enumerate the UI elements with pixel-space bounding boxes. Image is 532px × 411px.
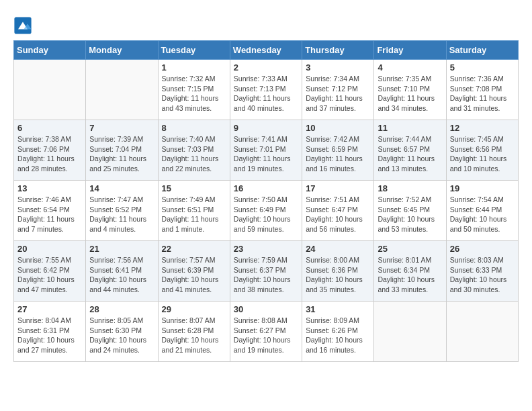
- calendar-table: SundayMondayTuesdayWednesdayThursdayFrid…: [13, 40, 519, 362]
- day-info: Sunrise: 8:07 AM Sunset: 6:28 PM Dayligh…: [162, 316, 226, 355]
- day-number: 25: [378, 244, 442, 254]
- calendar-cell: 3Sunrise: 7:34 AM Sunset: 7:12 PM Daylig…: [302, 60, 374, 120]
- day-info: Sunrise: 7:50 AM Sunset: 6:49 PM Dayligh…: [234, 195, 298, 234]
- day-number: 18: [378, 183, 442, 193]
- calendar-cell: 10Sunrise: 7:42 AM Sunset: 6:59 PM Dayli…: [302, 120, 374, 181]
- calendar-cell: 13Sunrise: 7:46 AM Sunset: 6:54 PM Dayli…: [14, 181, 86, 241]
- calendar-cell: 30Sunrise: 8:08 AM Sunset: 6:27 PM Dayli…: [230, 302, 302, 362]
- day-number: 3: [306, 62, 370, 73]
- calendar-cell: 12Sunrise: 7:45 AM Sunset: 6:56 PM Dayli…: [446, 120, 518, 181]
- calendar-cell: 21Sunrise: 7:56 AM Sunset: 6:41 PM Dayli…: [86, 241, 158, 302]
- day-number: 26: [450, 244, 515, 254]
- day-info: Sunrise: 7:44 AM Sunset: 6:57 PM Dayligh…: [378, 134, 442, 174]
- day-info: Sunrise: 7:49 AM Sunset: 6:51 PM Dayligh…: [162, 195, 226, 234]
- calendar-cell: 5Sunrise: 7:36 AM Sunset: 7:08 PM Daylig…: [446, 60, 518, 120]
- day-info: Sunrise: 8:03 AM Sunset: 6:33 PM Dayligh…: [450, 255, 515, 295]
- day-number: 31: [306, 304, 370, 314]
- day-info: Sunrise: 7:46 AM Sunset: 6:54 PM Dayligh…: [17, 195, 82, 234]
- day-number: 10: [306, 123, 370, 133]
- day-info: Sunrise: 7:38 AM Sunset: 7:06 PM Dayligh…: [17, 134, 82, 174]
- calendar-cell: 15Sunrise: 7:49 AM Sunset: 6:51 PM Dayli…: [158, 181, 230, 241]
- day-number: 4: [378, 62, 442, 73]
- calendar-cell: 7Sunrise: 7:39 AM Sunset: 7:04 PM Daylig…: [86, 120, 158, 181]
- day-number: 12: [450, 123, 515, 133]
- calendar-cell: 19Sunrise: 7:54 AM Sunset: 6:44 PM Dayli…: [446, 181, 518, 241]
- day-info: Sunrise: 7:32 AM Sunset: 7:15 PM Dayligh…: [162, 74, 226, 113]
- day-number: 30: [234, 304, 298, 314]
- day-number: 14: [89, 183, 154, 193]
- day-number: 17: [306, 183, 370, 193]
- calendar-cell: 8Sunrise: 7:40 AM Sunset: 7:03 PM Daylig…: [158, 120, 230, 181]
- day-info: Sunrise: 7:41 AM Sunset: 7:01 PM Dayligh…: [234, 134, 298, 174]
- calendar-cell: 27Sunrise: 8:04 AM Sunset: 6:31 PM Dayli…: [14, 302, 86, 362]
- logo-icon: [13, 16, 32, 35]
- day-info: Sunrise: 8:08 AM Sunset: 6:27 PM Dayligh…: [234, 316, 298, 355]
- day-number: 20: [17, 244, 82, 254]
- day-info: Sunrise: 7:56 AM Sunset: 6:41 PM Dayligh…: [89, 255, 154, 295]
- day-info: Sunrise: 7:52 AM Sunset: 6:45 PM Dayligh…: [378, 195, 442, 234]
- weekday-header-sunday: Sunday: [14, 41, 86, 60]
- calendar-cell: [14, 60, 86, 120]
- week-row-1: 1Sunrise: 7:32 AM Sunset: 7:15 PM Daylig…: [14, 60, 519, 120]
- day-info: Sunrise: 8:01 AM Sunset: 6:34 PM Dayligh…: [378, 255, 442, 295]
- calendar-cell: 24Sunrise: 8:00 AM Sunset: 6:36 PM Dayli…: [302, 241, 374, 302]
- day-number: 23: [234, 244, 298, 254]
- day-info: Sunrise: 7:36 AM Sunset: 7:08 PM Dayligh…: [450, 74, 515, 113]
- calendar-cell: 1Sunrise: 7:32 AM Sunset: 7:15 PM Daylig…: [158, 60, 230, 120]
- day-number: 8: [162, 123, 226, 133]
- calendar-cell: 31Sunrise: 8:09 AM Sunset: 6:26 PM Dayli…: [302, 302, 374, 362]
- day-number: 1: [162, 62, 226, 73]
- day-number: 27: [17, 304, 82, 314]
- day-number: 21: [89, 244, 154, 254]
- day-number: 29: [162, 304, 226, 314]
- calendar-cell: 17Sunrise: 7:51 AM Sunset: 6:47 PM Dayli…: [302, 181, 374, 241]
- day-number: 13: [17, 183, 82, 193]
- calendar-cell: 28Sunrise: 8:05 AM Sunset: 6:30 PM Dayli…: [86, 302, 158, 362]
- day-info: Sunrise: 7:45 AM Sunset: 6:56 PM Dayligh…: [450, 134, 515, 174]
- day-number: 28: [89, 304, 154, 314]
- page-header: [13, 13, 519, 35]
- calendar-cell: 2Sunrise: 7:33 AM Sunset: 7:13 PM Daylig…: [230, 60, 302, 120]
- day-info: Sunrise: 8:05 AM Sunset: 6:30 PM Dayligh…: [89, 316, 154, 355]
- day-info: Sunrise: 7:42 AM Sunset: 6:59 PM Dayligh…: [306, 134, 370, 174]
- day-info: Sunrise: 7:35 AM Sunset: 7:10 PM Dayligh…: [378, 74, 442, 113]
- week-row-4: 20Sunrise: 7:55 AM Sunset: 6:42 PM Dayli…: [14, 241, 519, 302]
- calendar-cell: 22Sunrise: 7:57 AM Sunset: 6:39 PM Dayli…: [158, 241, 230, 302]
- weekday-header-row: SundayMondayTuesdayWednesdayThursdayFrid…: [14, 41, 519, 60]
- calendar-cell: 16Sunrise: 7:50 AM Sunset: 6:49 PM Dayli…: [230, 181, 302, 241]
- day-number: 9: [234, 123, 298, 133]
- weekday-header-friday: Friday: [374, 41, 446, 60]
- day-info: Sunrise: 7:47 AM Sunset: 6:52 PM Dayligh…: [89, 195, 154, 234]
- calendar-cell: 20Sunrise: 7:55 AM Sunset: 6:42 PM Dayli…: [14, 241, 86, 302]
- day-number: 16: [234, 183, 298, 193]
- day-number: 11: [378, 123, 442, 133]
- weekday-header-saturday: Saturday: [446, 41, 518, 60]
- calendar-cell: 4Sunrise: 7:35 AM Sunset: 7:10 PM Daylig…: [374, 60, 446, 120]
- day-number: 15: [162, 183, 226, 193]
- calendar-cell: 9Sunrise: 7:41 AM Sunset: 7:01 PM Daylig…: [230, 120, 302, 181]
- calendar-cell: [374, 302, 446, 362]
- day-info: Sunrise: 7:39 AM Sunset: 7:04 PM Dayligh…: [89, 134, 154, 174]
- calendar-cell: 29Sunrise: 8:07 AM Sunset: 6:28 PM Dayli…: [158, 302, 230, 362]
- weekday-header-wednesday: Wednesday: [230, 41, 302, 60]
- day-number: 5: [450, 62, 515, 73]
- calendar-cell: 6Sunrise: 7:38 AM Sunset: 7:06 PM Daylig…: [14, 120, 86, 181]
- week-row-2: 6Sunrise: 7:38 AM Sunset: 7:06 PM Daylig…: [14, 120, 519, 181]
- weekday-header-monday: Monday: [86, 41, 158, 60]
- day-info: Sunrise: 8:00 AM Sunset: 6:36 PM Dayligh…: [306, 255, 370, 295]
- calendar-cell: 23Sunrise: 7:59 AM Sunset: 6:37 PM Dayli…: [230, 241, 302, 302]
- calendar-cell: 25Sunrise: 8:01 AM Sunset: 6:34 PM Dayli…: [374, 241, 446, 302]
- day-info: Sunrise: 8:04 AM Sunset: 6:31 PM Dayligh…: [17, 316, 82, 355]
- day-info: Sunrise: 7:54 AM Sunset: 6:44 PM Dayligh…: [450, 195, 515, 234]
- week-row-3: 13Sunrise: 7:46 AM Sunset: 6:54 PM Dayli…: [14, 181, 519, 241]
- day-number: 7: [89, 123, 154, 133]
- weekday-header-tuesday: Tuesday: [158, 41, 230, 60]
- day-info: Sunrise: 7:57 AM Sunset: 6:39 PM Dayligh…: [162, 255, 226, 295]
- day-info: Sunrise: 7:33 AM Sunset: 7:13 PM Dayligh…: [234, 74, 298, 113]
- weekday-header-thursday: Thursday: [302, 41, 374, 60]
- calendar-cell: [86, 60, 158, 120]
- calendar-cell: [446, 302, 518, 362]
- day-number: 22: [162, 244, 226, 254]
- day-info: Sunrise: 7:55 AM Sunset: 6:42 PM Dayligh…: [17, 255, 82, 295]
- day-info: Sunrise: 7:51 AM Sunset: 6:47 PM Dayligh…: [306, 195, 370, 234]
